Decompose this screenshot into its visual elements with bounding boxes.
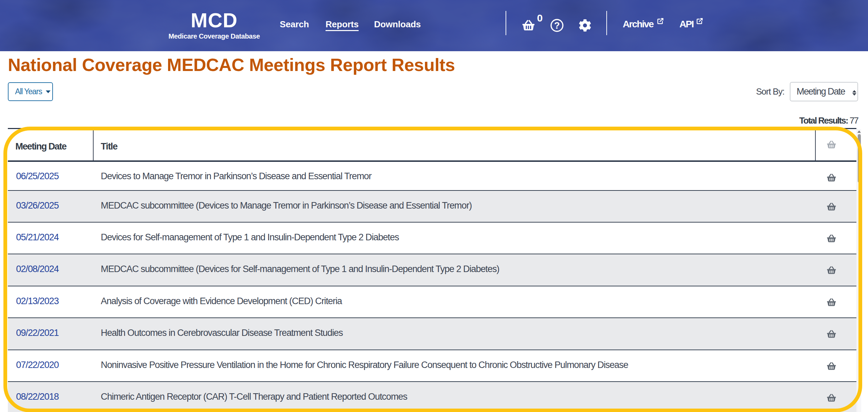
svg-text:?: ? (554, 20, 560, 31)
